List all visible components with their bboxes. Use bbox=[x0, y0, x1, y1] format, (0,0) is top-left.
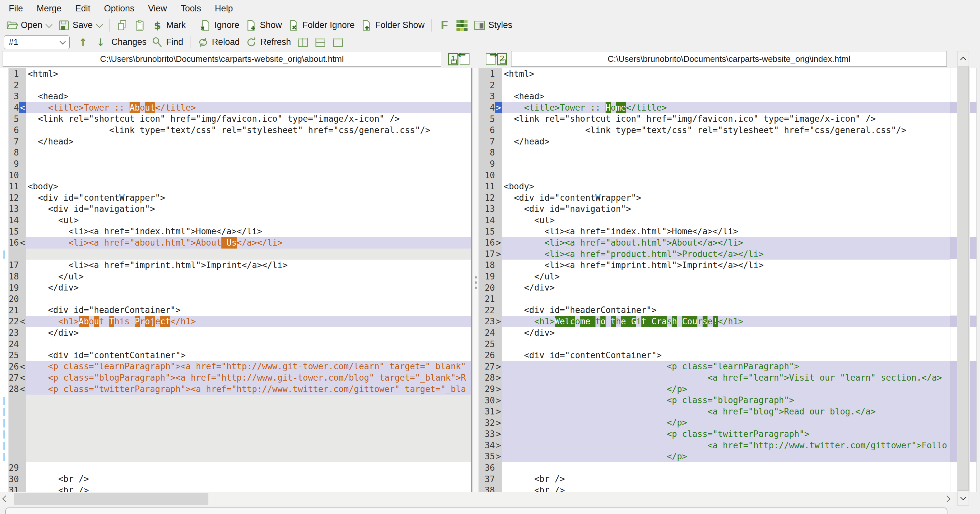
down-arrow-icon-button[interactable]: ↓ bbox=[92, 35, 110, 49]
code-line[interactable]: 18 </ul> bbox=[0, 271, 471, 282]
code-line[interactable]: 1<html> bbox=[0, 68, 471, 80]
filler-line[interactable]: | bbox=[0, 395, 471, 406]
pane-splitter[interactable] bbox=[473, 68, 479, 492]
save-button[interactable]: Save bbox=[55, 18, 105, 33]
code-line[interactable]: 20 </div> bbox=[479, 282, 950, 293]
vertical-scrollbar-thumb[interactable] bbox=[958, 66, 969, 490]
code-line[interactable]: 8 bbox=[479, 147, 950, 159]
diff-overview-mark[interactable] bbox=[970, 316, 977, 327]
code-line[interactable]: 16< <li><a href="about.html">About Us</a… bbox=[0, 237, 471, 249]
code-line[interactable]: 12 <div id="contentWrapper"> bbox=[0, 192, 471, 204]
diff-overview-mark[interactable] bbox=[950, 237, 957, 259]
code-line[interactable]: 38 <br /> bbox=[479, 485, 950, 492]
code-line[interactable]: 26 <div id="contentContainer"> bbox=[479, 350, 950, 361]
code-line[interactable]: 35> </p> bbox=[479, 451, 950, 462]
code-line[interactable]: 9 bbox=[479, 159, 950, 170]
code-line[interactable]: 5 <link rel="shortcut icon" href="img/fa… bbox=[479, 113, 950, 125]
diff-overview-mark[interactable] bbox=[970, 361, 977, 462]
copy-icon-button[interactable] bbox=[114, 18, 131, 33]
vertical-scrollbar[interactable] bbox=[957, 51, 969, 506]
folder-ignore-button[interactable]: Folder Ignore bbox=[285, 18, 358, 33]
filler-line[interactable]: | bbox=[0, 249, 471, 260]
code-line[interactable]: 2 bbox=[0, 80, 471, 91]
code-line[interactable]: 29> </p> bbox=[479, 384, 950, 395]
code-line[interactable]: 1<html> bbox=[479, 68, 950, 80]
scroll-left-arrow-icon[interactable] bbox=[2, 495, 9, 502]
code-line[interactable]: 11<body> bbox=[0, 181, 471, 192]
folder-show-button[interactable]: Folder Show bbox=[358, 18, 428, 33]
code-line[interactable]: 7 </head> bbox=[479, 136, 950, 148]
code-line[interactable]: 29 bbox=[0, 462, 471, 474]
filler-line[interactable]: | bbox=[0, 406, 471, 417]
code-line[interactable]: 31> <a href="blog">Read our blog.</a> bbox=[479, 406, 950, 417]
code-line[interactable]: 27> <p class="learnParagraph"> bbox=[479, 361, 950, 372]
filler-line[interactable]: | bbox=[0, 428, 471, 440]
menu-item-tools[interactable]: Tools bbox=[174, 2, 208, 16]
menu-item-options[interactable]: Options bbox=[97, 2, 141, 16]
code-line[interactable]: 23 </div> bbox=[0, 327, 471, 339]
code-line[interactable]: 21 bbox=[479, 293, 950, 305]
diff-overview-strip-outer[interactable] bbox=[970, 68, 977, 492]
styles-button[interactable]: Styles bbox=[471, 18, 515, 33]
code-line[interactable]: 27< <p class="blogParagraph"><a href="ht… bbox=[0, 372, 471, 384]
code-line[interactable]: 4< <title>Tower :: About</title> bbox=[0, 102, 471, 114]
layout-single-icon-button[interactable] bbox=[329, 35, 347, 49]
code-line[interactable]: 34> <a href="http://www.twitter.com/gitt… bbox=[479, 440, 950, 451]
code-line[interactable]: 3 <head> bbox=[0, 91, 471, 102]
code-line[interactable]: 10 bbox=[0, 170, 471, 181]
code-line[interactable]: 4> <title>Tower :: Home</title> bbox=[479, 102, 950, 114]
code-line[interactable]: 26< <p class="learnParagraph"><a href="h… bbox=[0, 361, 471, 372]
code-line[interactable]: 23> <h1>Welcome to the Git Crash Course!… bbox=[479, 316, 950, 327]
code-line[interactable]: 5 <link rel="shortcut icon" href="img/fa… bbox=[0, 113, 471, 125]
code-line[interactable]: 24 </div> bbox=[479, 327, 950, 339]
show-button[interactable]: Show bbox=[242, 18, 285, 33]
open-button[interactable]: Open bbox=[3, 18, 55, 33]
menu-item-view[interactable]: View bbox=[141, 2, 174, 16]
right-file-path-header[interactable]: C:\Users\brunobrito\Documents\carparts-w… bbox=[511, 51, 947, 67]
changes-label[interactable]: Changes bbox=[110, 37, 148, 47]
left-code-pane[interactable]: 1<html>23 <head>4< <title>Tower :: About… bbox=[0, 68, 472, 492]
horizontal-scrollbar-thumb[interactable] bbox=[14, 493, 208, 505]
code-line[interactable]: 15 <li><a href="index.html">Home</a></li… bbox=[0, 226, 471, 237]
find-button[interactable]: Find bbox=[148, 35, 186, 49]
code-line[interactable]: 6 <link type="text/css" rel="stylesheet"… bbox=[0, 125, 471, 136]
scroll-up-button[interactable] bbox=[957, 51, 969, 66]
code-line[interactable]: 13 <div id="navigation"> bbox=[0, 203, 471, 215]
diff-overview-mark[interactable] bbox=[970, 237, 977, 259]
code-line[interactable]: 28< <p class="twitterParagraph"><a href=… bbox=[0, 384, 471, 395]
code-line[interactable]: 25 <div id="contentContainer"> bbox=[0, 350, 471, 361]
code-line[interactable]: 14 <ul> bbox=[0, 215, 471, 226]
merge-to-right-button[interactable]: → 2 bbox=[486, 52, 513, 67]
diff-overview-mark[interactable] bbox=[950, 316, 957, 327]
code-line[interactable]: 33> <p class="twitterParagraph"> bbox=[479, 428, 950, 440]
merge-to-left-button[interactable]: 1 ← bbox=[448, 52, 475, 67]
refresh-button[interactable]: Refresh bbox=[243, 35, 294, 49]
ignore-button[interactable]: Ignore bbox=[197, 18, 243, 33]
code-line[interactable]: 36 bbox=[479, 462, 950, 474]
code-line[interactable]: 28> <a href="learn">Visit our "learn" se… bbox=[479, 372, 950, 384]
code-line[interactable]: 32> </p> bbox=[479, 417, 950, 428]
layout-split-vertical-icon-button[interactable] bbox=[294, 35, 312, 49]
code-line[interactable]: 30 <br /> bbox=[0, 473, 471, 485]
code-line[interactable]: 15 <li><a href="index.html">Home</a></li… bbox=[479, 226, 950, 237]
code-line[interactable]: 6 <link type="text/css" rel="stylesheet"… bbox=[479, 125, 950, 136]
dropdown-chevron-icon[interactable] bbox=[46, 21, 52, 28]
code-line[interactable]: 24 bbox=[0, 338, 471, 350]
scroll-right-arrow-icon[interactable] bbox=[943, 495, 950, 502]
up-arrow-icon-button[interactable]: ↑ bbox=[74, 35, 92, 49]
right-code-pane[interactable]: 1<html>23 <head>4> <title>Tower :: Home<… bbox=[479, 68, 950, 492]
code-line[interactable]: 22 <div id="headerContainer"> bbox=[479, 305, 950, 316]
code-line[interactable]: 19 </div> bbox=[0, 282, 471, 293]
code-line[interactable]: 16> <li><a href="about.html">About</a></… bbox=[479, 237, 950, 249]
filler-line[interactable]: | bbox=[0, 417, 471, 428]
code-line[interactable]: 2 bbox=[479, 80, 950, 91]
code-line[interactable]: 19 </ul> bbox=[479, 271, 950, 282]
code-line[interactable]: 13 <div id="navigation"> bbox=[479, 203, 950, 215]
font-icon-button[interactable]: F bbox=[436, 18, 453, 33]
diff-overview-mark[interactable] bbox=[970, 102, 977, 113]
code-line[interactable]: 7 </head> bbox=[0, 136, 471, 148]
code-line[interactable]: 22< <h1>About This Project</h1> bbox=[0, 316, 471, 327]
menu-item-edit[interactable]: Edit bbox=[68, 2, 97, 16]
layout-split-horizontal-icon-button[interactable] bbox=[312, 35, 329, 49]
menu-item-file[interactable]: File bbox=[2, 2, 30, 16]
